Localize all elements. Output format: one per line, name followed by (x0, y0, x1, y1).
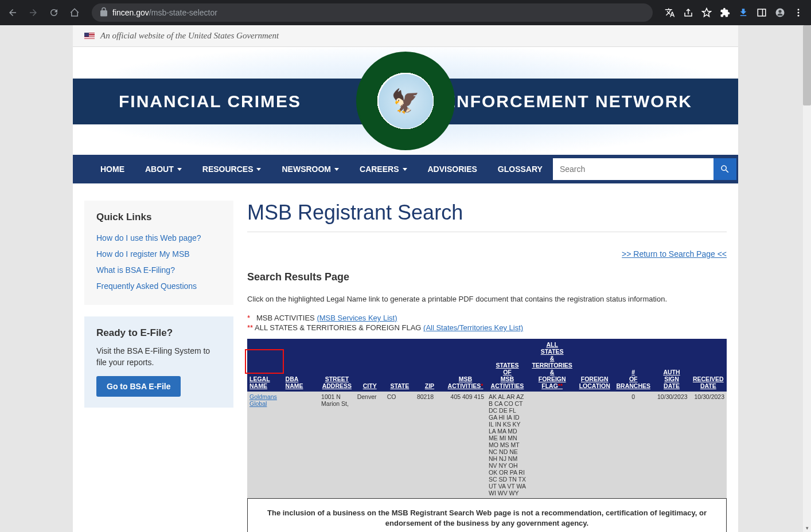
column-header[interactable]: LEGALNAME (247, 339, 283, 392)
nav-item-home[interactable]: HOME (90, 155, 135, 183)
column-header[interactable]: ZIP (415, 339, 445, 392)
svg-point-4 (798, 9, 800, 10)
translate-icon[interactable] (662, 5, 678, 21)
menu-icon[interactable] (790, 5, 806, 21)
nav-item-resources[interactable]: RESOURCES (192, 155, 272, 183)
table-cell: AK AL AR AZ B CA CO CT DC DE FL GA HI IA… (486, 392, 528, 498)
quick-links-card: Quick Links How do I use this Web page?H… (84, 201, 233, 305)
nav-item-about[interactable]: ABOUT (135, 155, 192, 183)
table-cell: 0 (613, 392, 653, 498)
share-icon[interactable] (680, 5, 696, 21)
table-cell: GoldmansGlobal (247, 392, 283, 498)
profile-icon[interactable] (772, 5, 788, 21)
url-domain: fincen.gov (112, 8, 149, 17)
column-header[interactable]: AUTHSIGNDATE (653, 339, 689, 392)
official-banner: An official website of the United States… (73, 25, 738, 47)
efile-button[interactable]: Go to BSA E-File (96, 376, 181, 397)
sub-title: Search Results Page (247, 271, 727, 283)
legend-1: * MSB ACTIVITIES (MSB Services Key List) (247, 314, 727, 322)
efile-title: Ready to E-File? (96, 327, 221, 339)
table-row: GoldmansGlobal1001 N Marion St,DenverCO8… (247, 392, 727, 498)
official-banner-text: An official website of the United States… (100, 31, 279, 41)
table-cell: 405 409 415 (445, 392, 486, 498)
column-header[interactable]: DBANAME (283, 339, 319, 392)
site-search-button[interactable] (713, 158, 736, 180)
quick-link[interactable]: How do I register My MSB (96, 246, 221, 262)
column-header[interactable]: FOREIGNLOCATION (576, 339, 613, 392)
states-key-link[interactable]: (All States/Territories Key List) (423, 323, 523, 332)
nav-item-careers[interactable]: CAREERS (349, 155, 417, 183)
lock-icon (99, 7, 108, 19)
column-header[interactable]: STATE (385, 339, 415, 392)
return-link[interactable]: >> Return to Search Page << (247, 249, 727, 259)
legal-name-link[interactable]: GoldmansGlobal (249, 393, 277, 407)
column-header[interactable]: ALLSTATES&TERRITORIES&FOREIGNFLAG** (528, 339, 576, 392)
legend-2: ** ALL STATES & TERRITORIES & FOREIGN FL… (247, 323, 727, 332)
header-hero: FINANCIAL CRIMES ENFORCEMENT NETWORK 🦅 (73, 47, 738, 155)
browser-chrome: fincen.gov/msb-state-selector (0, 0, 811, 25)
site-search-input[interactable] (553, 158, 713, 180)
address-bar[interactable]: fincen.gov/msb-state-selector (92, 3, 653, 22)
column-header[interactable]: #OFBRANCHES (613, 339, 653, 392)
quick-links-title: Quick Links (96, 212, 221, 223)
table-cell: 1001 N Marion St, (319, 392, 355, 498)
msb-key-link[interactable]: (MSB Services Key List) (317, 314, 397, 322)
nav-item-newsroom[interactable]: NEWSROOM (271, 155, 349, 183)
table-cell (576, 392, 613, 498)
bookmark-icon[interactable] (699, 5, 715, 21)
hero-text-left: FINANCIAL CRIMES (119, 92, 301, 111)
back-button[interactable] (5, 5, 21, 21)
scrollbar-vertical[interactable]: ▾ (803, 25, 811, 532)
scroll-thumb[interactable] (803, 25, 811, 105)
column-header[interactable]: MSBACTIVITIES* (445, 339, 486, 392)
forward-button[interactable] (25, 5, 41, 21)
caret-down-icon (403, 168, 407, 171)
caret-down-icon (177, 168, 182, 171)
nav-item-advisories[interactable]: ADVISORIES (418, 155, 488, 183)
table-cell: Denver (355, 392, 385, 498)
caret-down-icon (334, 168, 339, 171)
downloads-icon[interactable] (735, 5, 751, 21)
quick-link[interactable]: How do I use this Web page? (96, 230, 221, 246)
scroll-down-icon[interactable]: ▾ (803, 524, 811, 532)
extensions-icon[interactable] (717, 5, 733, 21)
svg-point-5 (798, 12, 800, 14)
efile-desc: Visit the BSA E-Filing System to file yo… (96, 346, 221, 368)
divider (247, 232, 727, 232)
caret-down-icon (256, 168, 261, 171)
instruction-text: Click on the highlighted Legal Name link… (247, 295, 727, 303)
efile-card: Ready to E-File? Visit the BSA E-Filing … (84, 316, 233, 408)
us-flag-icon (84, 33, 95, 40)
column-header[interactable]: STATESOFMSBACTIVITIES (486, 339, 528, 392)
table-cell (528, 392, 576, 498)
page-title: MSB Registrant Search (247, 201, 727, 225)
quick-link[interactable]: What is BSA E-Filing? (96, 262, 221, 278)
main-nav: HOMEABOUTRESOURCESNEWSROOMCAREERSADVISOR… (73, 155, 738, 183)
nav-item-glossary[interactable]: GLOSSARY (488, 155, 553, 183)
panel-icon[interactable] (754, 5, 770, 21)
disclaimer-bold: The inclusion of a business on the MSB R… (262, 508, 712, 529)
quick-link[interactable]: Frequently Asked Questions (96, 278, 221, 294)
svg-point-6 (798, 15, 800, 17)
svg-point-3 (778, 10, 781, 13)
hero-text-right: ENFORCEMENT NETWORK (444, 92, 692, 111)
svg-rect-0 (758, 9, 766, 16)
table-cell: CO (385, 392, 415, 498)
column-header[interactable]: STREETADDRESS (319, 339, 355, 392)
table-cell: 10/30/2023 (690, 392, 727, 498)
fincen-seal-icon: 🦅 (356, 52, 455, 150)
reload-button[interactable] (46, 5, 62, 21)
table-cell (283, 392, 319, 498)
disclaimer-box: The inclusion of a business on the MSB R… (247, 498, 727, 532)
column-header[interactable]: RECEIVEDDATE (690, 339, 727, 392)
home-button[interactable] (67, 5, 83, 21)
column-header[interactable]: CITY (355, 339, 385, 392)
table-cell: 80218 (415, 392, 445, 498)
table-cell: 10/30/2023 (653, 392, 689, 498)
url-path: /msb-state-selector (149, 8, 217, 17)
results-table: LEGALNAMEDBANAMESTREETADDRESSCITYSTATEZI… (247, 339, 727, 498)
